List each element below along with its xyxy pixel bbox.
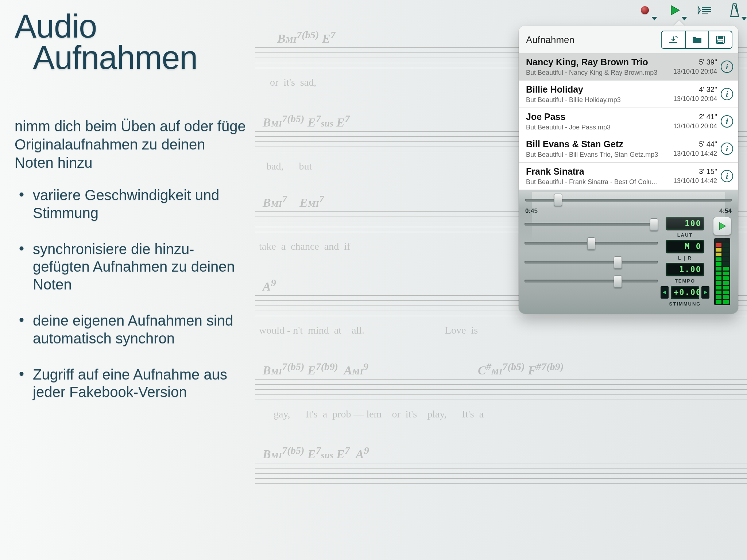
import-button[interactable] [662, 31, 685, 48]
info-icon[interactable]: i [721, 61, 733, 73]
headline-line1: Audio [15, 8, 97, 44]
tuning-slider[interactable] [525, 275, 658, 287]
recording-row[interactable]: Bill Evans & Stan Getz But Beautiful - B… [519, 135, 738, 163]
recording-filename: But Beautiful - Bill Evans Trio, Stan Ge… [526, 151, 659, 159]
record-icon[interactable] [637, 2, 653, 18]
svg-marker-10 [663, 291, 666, 294]
level-meter [714, 238, 730, 305]
play-button[interactable] [713, 217, 731, 235]
metronome-icon[interactable] [727, 2, 743, 18]
recording-title: Joe Pass [526, 112, 659, 122]
recording-row[interactable]: Joe Pass But Beautiful - Joe Pass.mp3 2'… [519, 108, 738, 135]
readout-stack: 100 LAUT M 0 L | R 1.00 TEMPO +0.00 STIM… [663, 217, 707, 307]
tuning-readout: +0.00 [671, 286, 699, 299]
tuning-label: STIMMUNG [669, 301, 701, 307]
info-icon[interactable]: i [721, 143, 733, 155]
folder-button[interactable] [685, 31, 708, 48]
volume-slider[interactable] [525, 218, 658, 230]
play-icon[interactable] [667, 2, 683, 18]
recording-date: 13/10/10 20:04 [662, 95, 717, 103]
recording-duration: 4' 32" [662, 85, 717, 94]
recording-date: 13/10/10 20:04 [662, 68, 717, 75]
tempo-readout: 1.00 [666, 263, 704, 276]
recording-title: Billie Holiday [526, 84, 659, 95]
score-icon[interactable] [697, 2, 713, 18]
tempo-slider[interactable] [525, 256, 658, 268]
popover-actions [661, 31, 732, 49]
svg-marker-12 [719, 222, 725, 230]
pan-slider[interactable] [525, 237, 658, 249]
svg-marker-11 [704, 291, 707, 294]
tuning-down-button[interactable] [661, 286, 669, 299]
feature-item: synchronisiere die hinzu-gefügten Aufnah… [15, 240, 248, 293]
top-toolbar [637, 2, 743, 18]
recording-row[interactable]: Frank Sinatra But Beautiful - Frank Sina… [519, 163, 738, 190]
recording-filename: But Beautiful - Joe Pass.mp3 [526, 124, 659, 131]
recording-date: 13/10/10 14:42 [662, 177, 717, 185]
feature-list: variiere Geschwindigkeit und Stimmung sy… [15, 186, 248, 401]
svg-rect-8 [718, 36, 723, 39]
feature-item: deine eigenen Aufnahmen sind automatisch… [15, 312, 248, 347]
info-icon[interactable]: i [721, 88, 733, 100]
recording-duration: 5' 39" [662, 58, 717, 66]
playback-controls: 0:45 4:54 100 LAUT M 0 L | R 1.00 TEMPO … [519, 190, 738, 314]
tempo-label: TEMPO [675, 278, 695, 284]
svg-marker-0 [671, 5, 680, 15]
pan-readout: M 0 [666, 240, 704, 253]
recording-duration: 5' 44" [662, 140, 717, 148]
info-icon[interactable]: i [721, 170, 733, 182]
popover-header: Aufnahmen [519, 26, 738, 53]
recording-duration: 3' 15" [662, 167, 717, 176]
recording-row[interactable]: Billie Holiday But Beautiful - Billie Ho… [519, 81, 738, 108]
recording-date: 13/10/10 20:04 [662, 122, 717, 130]
time-total: 4:54 [719, 207, 732, 215]
time-elapsed: 0:45 [525, 207, 538, 215]
pan-label: L | R [678, 255, 692, 261]
position-slider[interactable] [525, 195, 732, 206]
svg-marker-1 [698, 7, 700, 14]
intro-text: nimm dich beim Üben auf oder füge Origin… [15, 117, 248, 172]
popover-title: Aufnahmen [526, 34, 574, 46]
tuning-up-button[interactable] [701, 286, 709, 299]
feature-item: variiere Geschwindigkeit und Stimmung [15, 186, 248, 222]
svg-rect-9 [718, 40, 723, 43]
recording-title: Bill Evans & Stan Getz [526, 139, 659, 149]
recording-filename: But Beautiful - Nancy King & Ray Brown.m… [526, 69, 659, 77]
feature-item: Zugriff auf eine Aufnahme aus jeder Fake… [15, 366, 248, 401]
volume-label: LAUT [677, 232, 693, 238]
recording-filename: But Beautiful - Frank Sinatra - Best Of … [526, 178, 659, 186]
save-button[interactable] [708, 31, 732, 48]
page-title: Audio Aufnahmen [15, 11, 248, 73]
recordings-popover: Aufnahmen Nancy King, Ray Brown Trio But… [519, 26, 738, 314]
marketing-column: Audio Aufnahmen nimm dich beim Üben auf … [15, 11, 248, 419]
recording-row[interactable]: Nancy King, Ray Brown Trio But Beautiful… [519, 53, 738, 81]
recording-filename: But Beautiful - Billie Holiday.mp3 [526, 96, 659, 104]
recording-title: Frank Sinatra [526, 166, 659, 177]
info-icon[interactable]: i [721, 115, 733, 128]
volume-readout: 100 [666, 217, 704, 230]
recording-title: Nancy King, Ray Brown Trio [526, 57, 659, 67]
recording-date: 13/10/10 14:42 [662, 150, 717, 158]
headline-line2: Aufnahmen [15, 42, 248, 74]
recording-duration: 2' 41" [662, 113, 717, 121]
recordings-list: Nancy King, Ray Brown Trio But Beautiful… [519, 53, 738, 190]
